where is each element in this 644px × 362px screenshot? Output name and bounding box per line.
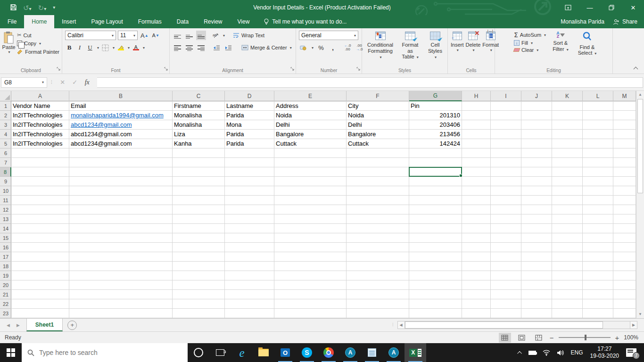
- cell-E20[interactable]: [274, 280, 347, 290]
- cell-H17[interactable]: [462, 252, 491, 262]
- cell-F11[interactable]: [347, 196, 409, 205]
- italic-button[interactable]: I: [75, 43, 84, 52]
- cell-L19[interactable]: [583, 271, 613, 280]
- tab-insert[interactable]: Insert: [54, 15, 83, 28]
- wrap-text-button[interactable]: Wrap Text: [231, 32, 266, 39]
- cell-F23[interactable]: [347, 309, 409, 318]
- cell-D17[interactable]: [225, 252, 274, 262]
- cell-M4[interactable]: [613, 130, 636, 139]
- page-layout-view-icon[interactable]: [516, 333, 528, 343]
- cell-J10[interactable]: [521, 186, 552, 196]
- cell-K9[interactable]: [552, 177, 583, 186]
- cell-C17[interactable]: [173, 252, 225, 262]
- cell-B6[interactable]: [69, 148, 173, 158]
- cell-M1[interactable]: [613, 101, 636, 111]
- cell-H9[interactable]: [462, 177, 491, 186]
- cell-A7[interactable]: [11, 158, 69, 167]
- tray-clock[interactable]: 17:27 19-03-2020: [586, 343, 623, 362]
- clipboard-dialog-launcher-icon[interactable]: [57, 67, 61, 72]
- row-header-7[interactable]: 7: [0, 158, 11, 167]
- cell-K23[interactable]: [552, 309, 583, 318]
- cell-H1[interactable]: [462, 101, 491, 111]
- cell-E9[interactable]: [274, 177, 347, 186]
- cell-B19[interactable]: [69, 271, 173, 280]
- cell-L1[interactable]: [583, 101, 613, 111]
- sheet-nav-left-icon[interactable]: ◀: [7, 323, 10, 328]
- cell-H19[interactable]: [462, 271, 491, 280]
- tray-wifi[interactable]: [539, 343, 553, 362]
- select-all-corner[interactable]: [0, 91, 11, 101]
- cell-M23[interactable]: [613, 309, 636, 318]
- cell-G13[interactable]: [409, 214, 462, 224]
- formula-input[interactable]: [97, 77, 643, 88]
- vertical-scroll-thumb[interactable]: [637, 99, 643, 193]
- font-dialog-launcher-icon[interactable]: [164, 67, 168, 72]
- cell-E18[interactable]: [274, 262, 347, 271]
- cell-B13[interactable]: [69, 214, 173, 224]
- cell-J19[interactable]: [521, 271, 552, 280]
- cell-G14[interactable]: [409, 224, 462, 233]
- insert-function-icon[interactable]: fx: [81, 79, 93, 86]
- cell-D15[interactable]: [225, 233, 274, 243]
- cell-D2[interactable]: Parida: [225, 111, 274, 120]
- cell-J16[interactable]: [521, 243, 552, 252]
- cell-C20[interactable]: [173, 280, 225, 290]
- cell-M19[interactable]: [613, 271, 636, 280]
- conditional-formatting-button[interactable]: Conditional Formatting ▾: [364, 30, 396, 66]
- task-view-button[interactable]: [209, 343, 231, 362]
- cell-K18[interactable]: [552, 262, 583, 271]
- column-header-D[interactable]: D: [225, 91, 274, 101]
- cell-E7[interactable]: [274, 158, 347, 167]
- minimize-button[interactable]: —: [579, 0, 601, 15]
- cell-D14[interactable]: [225, 224, 274, 233]
- cell-D20[interactable]: [225, 280, 274, 290]
- tab-view[interactable]: View: [230, 15, 257, 28]
- cell-A12[interactable]: [11, 205, 69, 214]
- tab-page-layout[interactable]: Page Layout: [83, 15, 130, 28]
- cell-L10[interactable]: [583, 186, 613, 196]
- cell-F19[interactable]: [347, 271, 409, 280]
- scroll-right-icon[interactable]: ▶: [630, 321, 637, 329]
- cell-I11[interactable]: [491, 196, 521, 205]
- new-sheet-button[interactable]: +: [67, 321, 77, 330]
- cell-C18[interactable]: [173, 262, 225, 271]
- row-header-13[interactable]: 13: [0, 214, 11, 224]
- row-header-11[interactable]: 11: [0, 196, 11, 205]
- cell-I13[interactable]: [491, 214, 521, 224]
- cell-E16[interactable]: [274, 243, 347, 252]
- cell-B7[interactable]: [69, 158, 173, 167]
- cell-A13[interactable]: [11, 214, 69, 224]
- cell-A5[interactable]: In2ITTechnologies: [11, 139, 69, 148]
- cell-J9[interactable]: [521, 177, 552, 186]
- cell-G1[interactable]: Pin: [409, 101, 462, 111]
- alignment-dialog-launcher-icon[interactable]: [290, 67, 295, 72]
- cell-B4[interactable]: abcd1234@gmail.com: [69, 130, 173, 139]
- cell-H20[interactable]: [462, 280, 491, 290]
- cell-I22[interactable]: [491, 299, 521, 309]
- cell-B5[interactable]: abcd1234@gmail.com: [69, 139, 173, 148]
- cell-L15[interactable]: [583, 233, 613, 243]
- cell-I9[interactable]: [491, 177, 521, 186]
- row-header-21[interactable]: 21: [0, 290, 11, 299]
- font-color-icon[interactable]: A: [132, 43, 140, 52]
- cell-B3[interactable]: abcd1234@gmail.com: [69, 120, 173, 130]
- cell-M12[interactable]: [613, 205, 636, 214]
- cell-I12[interactable]: [491, 205, 521, 214]
- cell-I21[interactable]: [491, 290, 521, 299]
- cell-E5[interactable]: Cuttack: [274, 139, 347, 148]
- cell-L13[interactable]: [583, 214, 613, 224]
- cell-H12[interactable]: [462, 205, 491, 214]
- normal-view-icon[interactable]: [499, 333, 511, 343]
- cell-D4[interactable]: Parida: [225, 130, 274, 139]
- row-header-8[interactable]: 8: [0, 167, 11, 177]
- underline-button[interactable]: U: [86, 43, 94, 52]
- cell-E21[interactable]: [274, 290, 347, 299]
- cell-G17[interactable]: [409, 252, 462, 262]
- cell-J23[interactable]: [521, 309, 552, 318]
- column-header-B[interactable]: B: [69, 91, 173, 101]
- cell-M16[interactable]: [613, 243, 636, 252]
- cell-G10[interactable]: [409, 186, 462, 196]
- cell-I17[interactable]: [491, 252, 521, 262]
- save-icon[interactable]: [10, 4, 17, 11]
- cell-C9[interactable]: [173, 177, 225, 186]
